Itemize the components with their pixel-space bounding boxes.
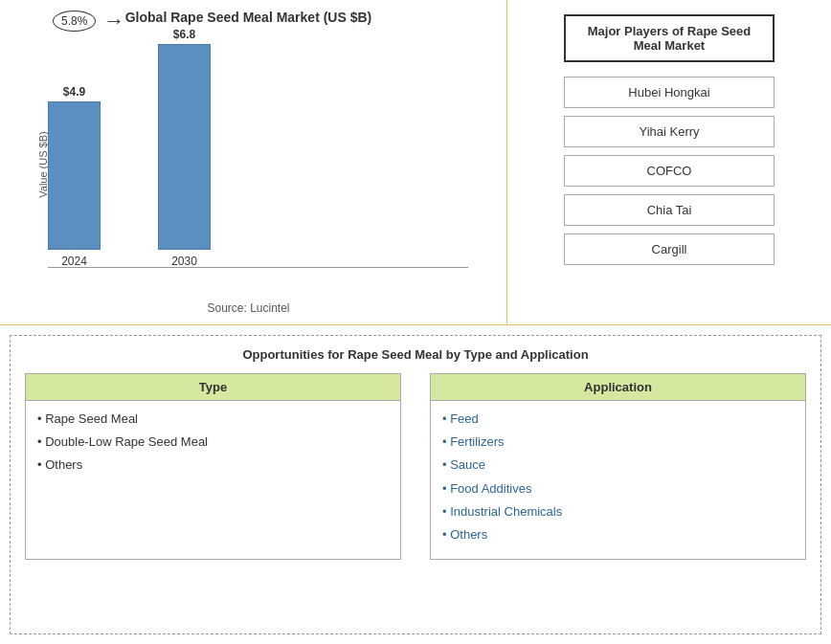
- bottom-section: Opportunities for Rape Seed Meal by Type…: [10, 335, 821, 634]
- bar-label-2024: 2024: [61, 255, 87, 268]
- bar-label-2030: 2030: [171, 255, 197, 268]
- app-item-2: Fertilizers: [442, 433, 794, 451]
- bottom-content: Type Rape Seed Meal Double-Low Rape Seed…: [25, 373, 806, 560]
- player-item-5: Cargill: [564, 233, 775, 265]
- players-title: Major Players of Rape Seed Meal Market: [564, 14, 775, 62]
- main-container: Global Rape Seed Meal Market (US $B) Val…: [0, 0, 831, 644]
- bar-value-2030: $6.8: [173, 28, 195, 41]
- bottom-title: Opportunities for Rape Seed Meal by Type…: [25, 347, 806, 362]
- application-items: Feed Fertilizers Sauce Food Additives In…: [431, 401, 805, 559]
- chart-section: Global Rape Seed Meal Market (US $B) Val…: [0, 0, 507, 324]
- player-item-1: Hubei Hongkai: [564, 77, 775, 108]
- annotation-group: 5.8% →: [53, 9, 124, 33]
- chart-area: Value (US $B) $4.9 2024 $6.8 2030: [10, 33, 487, 297]
- player-item-2: Yihai Kerry: [564, 116, 775, 147]
- bars-container: $4.9 2024 $6.8 2030 5.8% →: [48, 57, 211, 268]
- type-item-1: Rape Seed Meal: [37, 411, 389, 428]
- chart-title: Global Rape Seed Meal Market (US $B): [125, 10, 372, 25]
- app-item-5: Industrial Chemicals: [442, 503, 794, 521]
- bar-group-2030: $6.8 2030 5.8% →: [158, 28, 211, 268]
- annotation-arrow: →: [103, 9, 124, 33]
- type-item-2: Double-Low Rape Seed Meal: [37, 433, 389, 451]
- annotation-circle: 5.8%: [53, 11, 96, 32]
- source-text: Source: Lucintel: [207, 301, 289, 315]
- app-item-6: Others: [442, 526, 794, 544]
- app-item-3: Sauce: [442, 456, 794, 474]
- type-item-3: Others: [37, 456, 389, 474]
- type-column: Type Rape Seed Meal Double-Low Rape Seed…: [25, 373, 401, 560]
- app-item-1: Feed: [442, 411, 794, 428]
- app-item-4: Food Additives: [442, 480, 794, 498]
- application-header: Application: [431, 374, 805, 401]
- bar-value-2024: $4.9: [63, 85, 85, 99]
- bar-2024: [48, 101, 101, 250]
- y-axis-label: Value (US $B): [37, 131, 49, 198]
- bar-2030: [158, 44, 211, 250]
- top-section: Global Rape Seed Meal Market (US $B) Val…: [0, 0, 831, 325]
- application-column: Application Feed Fertilizers Sauce Food …: [430, 373, 806, 560]
- player-item-4: Chia Tai: [564, 194, 775, 226]
- type-header: Type: [26, 374, 400, 401]
- bar-group-2024: $4.9 2024: [48, 85, 101, 268]
- players-section: Major Players of Rape Seed Meal Market H…: [507, 0, 831, 324]
- type-items: Rape Seed Meal Double-Low Rape Seed Meal…: [26, 401, 400, 490]
- player-item-3: COFCO: [564, 155, 775, 187]
